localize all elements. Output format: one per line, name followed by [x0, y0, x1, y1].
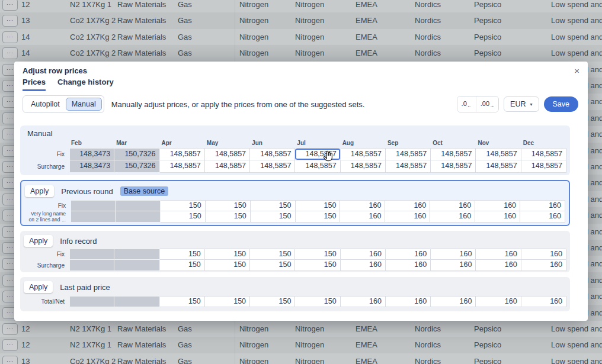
mode-toggle: AutopilotManual: [23, 95, 104, 113]
month-header-feb: Feb: [69, 138, 114, 148]
price-cell[interactable]: 148,5857: [160, 148, 205, 160]
price-cell: 160: [431, 249, 476, 260]
modal-header: Adjust row prices ×: [23, 66, 579, 75]
row-label: Total/Net: [23, 296, 69, 307]
price-cell: 148,3473: [69, 160, 114, 173]
price-cell[interactable]: 148,5857: [250, 148, 295, 160]
price-cell[interactable]: 148,5857: [341, 160, 386, 173]
price-cell: 160: [385, 211, 430, 223]
modal-title: Adjust row prices: [23, 66, 87, 75]
price-cell: 160: [430, 211, 475, 223]
decrease-decimals-button[interactable]: .0←: [457, 96, 476, 112]
apply-button-previous-round[interactable]: Apply: [25, 185, 54, 197]
price-cell[interactable]: 148,5857: [386, 160, 431, 173]
price-cell: 150: [205, 260, 250, 271]
month-header-apr: Apr: [160, 138, 205, 148]
price-cell[interactable]: 148,5857: [341, 148, 386, 160]
suggested-set-last-paid-price: ApplyLast paid priceTotal/Net15015015015…: [20, 277, 570, 311]
tab-prices[interactable]: Prices: [23, 78, 46, 91]
price-cell: 160: [386, 296, 431, 307]
save-button[interactable]: Save: [544, 96, 579, 112]
increase-decimals-button[interactable]: .00→: [476, 96, 498, 112]
row-label: Very long name on 2 lines and ...: [24, 211, 71, 223]
price-cell: 150: [160, 249, 205, 260]
arrow-right-icon: →: [489, 103, 494, 108]
suggested-set-header: ApplyLast paid price: [24, 281, 110, 293]
price-cell: [71, 211, 116, 223]
price-cell[interactable]: 148,5857: [431, 160, 476, 173]
price-cell: [114, 296, 159, 307]
price-cell[interactable]: 148,5857: [521, 160, 566, 173]
price-cell: 160: [340, 211, 385, 223]
price-cell: 150: [160, 260, 205, 271]
row-label: Surcharge: [23, 160, 69, 173]
suggested-price-grid: Fix150150150150160160160160160Very long …: [24, 200, 565, 223]
price-cell: [116, 200, 161, 211]
price-cell: 150: [250, 260, 295, 271]
price-cell: [71, 200, 116, 211]
mode-option-manual[interactable]: Manual: [66, 98, 102, 111]
apply-button-last-paid-price[interactable]: Apply: [24, 281, 53, 293]
tab-change-history[interactable]: Change history: [57, 78, 114, 91]
price-cell: [69, 296, 114, 307]
apply-button-info-record[interactable]: Apply: [24, 235, 53, 247]
price-cell: 150: [295, 260, 340, 271]
month-header-jul: Jul: [295, 138, 340, 148]
row-label: Fix: [23, 148, 69, 160]
close-icon[interactable]: ×: [574, 66, 579, 75]
price-cell[interactable]: 148,5857: [476, 148, 521, 160]
mode-option-autopilot[interactable]: Autopilot: [25, 98, 66, 111]
price-cell: 160: [341, 296, 386, 307]
price-cell: 160: [475, 200, 520, 211]
price-cell: 160: [341, 260, 386, 271]
price-cell: 150,7326: [114, 160, 159, 173]
price-cell: 160: [521, 260, 566, 271]
price-cell: [114, 249, 159, 260]
price-cell[interactable]: 148,5857: [431, 148, 476, 160]
suggested-set-title: Info record: [60, 237, 97, 246]
suggested-set-header: ApplyInfo record: [24, 235, 97, 247]
tab-bar: PricesChange history: [23, 78, 114, 91]
currency-dropdown[interactable]: EUR ▾: [504, 96, 539, 112]
price-cell[interactable]: 148,5857: [386, 148, 431, 160]
price-cell: 150: [296, 200, 341, 211]
screen: ···12N2 1X7Kg 1Raw MaterialsGasNitrogenN…: [0, 0, 602, 364]
suggested-set-info-record: ApplyInfo recordFix150150150150160160160…: [20, 231, 570, 272]
adjust-row-prices-modal: Adjust row prices × PricesChange history…: [14, 62, 588, 321]
price-cell: 160: [386, 260, 431, 271]
month-header-jun: Jun: [250, 138, 295, 148]
price-cell: 150: [205, 296, 250, 307]
manual-section: Manual FebMarAprMayJunJulAugSepOctNovDec…: [20, 125, 570, 175]
price-cell: 150: [206, 211, 251, 223]
price-cell[interactable]: 148,5857: [476, 160, 521, 173]
price-cell[interactable]: 148,5857: [521, 148, 566, 160]
toolbar-actions: .0← .00→ EUR ▾ Save: [457, 96, 578, 112]
price-cell: 160: [521, 296, 566, 307]
price-cell[interactable]: 148,5857: [295, 160, 340, 173]
suggested-set-title: Previous round: [61, 187, 113, 196]
price-cell: 150: [160, 296, 205, 307]
price-cell[interactable]: 148,5857: [160, 160, 205, 173]
suggested-price-grid: Fix150150150150160160160160160Surcharge1…: [23, 249, 566, 271]
suggested-set-previous-round: ApplyPrevious roundBase sourceFix1501501…: [20, 180, 570, 226]
price-cell: [116, 211, 161, 223]
price-cell[interactable]: 148,5857: [205, 160, 250, 173]
suggested-set-header: ApplyPrevious roundBase source: [25, 185, 168, 197]
arrow-left-icon: ←: [467, 103, 472, 108]
manual-price-grid: FebMarAprMayJunJulAugSepOctNovDecFix148,…: [23, 138, 566, 173]
month-header-mar: Mar: [114, 138, 159, 148]
grid-corner: [23, 138, 69, 148]
price-cell: 160: [475, 211, 520, 223]
price-cell: 160: [430, 200, 475, 211]
price-cell[interactable]: 148,5857: [205, 148, 250, 160]
price-cell: [69, 249, 114, 260]
price-cell: 160: [521, 249, 566, 260]
price-cell[interactable]: 148,5857: [295, 148, 340, 160]
price-cell: 150: [161, 200, 206, 211]
price-cell[interactable]: 148,5857: [250, 160, 295, 173]
price-cell: 150: [205, 249, 250, 260]
price-cell: 150,7326: [114, 148, 159, 160]
month-header-dec: Dec: [521, 138, 566, 148]
price-cell: 160: [476, 249, 521, 260]
month-header-nov: Nov: [476, 138, 521, 148]
